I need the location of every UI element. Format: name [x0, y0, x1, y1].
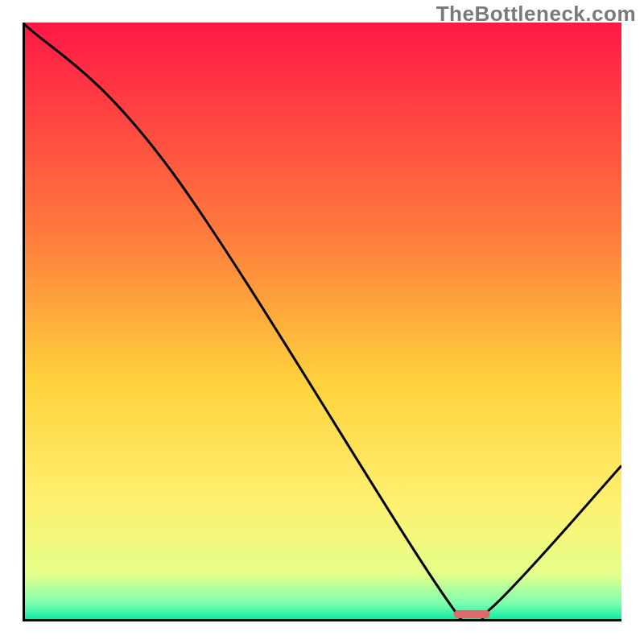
plot-area: [23, 23, 621, 621]
watermark-text: TheBottleneck.com: [436, 2, 636, 27]
data-curve: [23, 23, 621, 621]
chart-container: TheBottleneck.com: [0, 0, 644, 644]
highlight-marker: [454, 610, 490, 618]
curve-layer: [23, 23, 621, 621]
